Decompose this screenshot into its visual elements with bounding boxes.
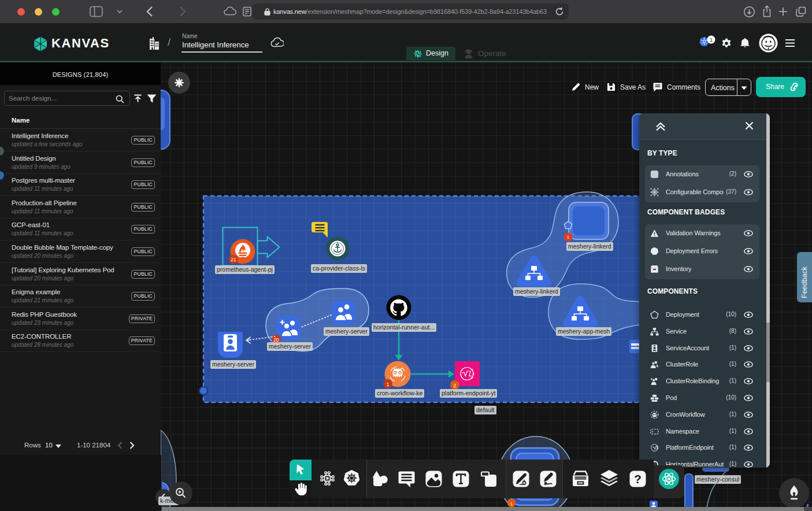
svg-text:2: 2 [453,383,456,388]
svg-text:1: 1 [567,235,570,240]
svg-text:1: 1 [710,36,713,43]
svg-text:20: 20 [273,337,279,343]
svg-text:?: ? [634,472,642,486]
svg-text:1: 1 [386,382,389,387]
svg-text:21: 21 [231,257,236,262]
svg-text:1: 1 [510,501,513,506]
